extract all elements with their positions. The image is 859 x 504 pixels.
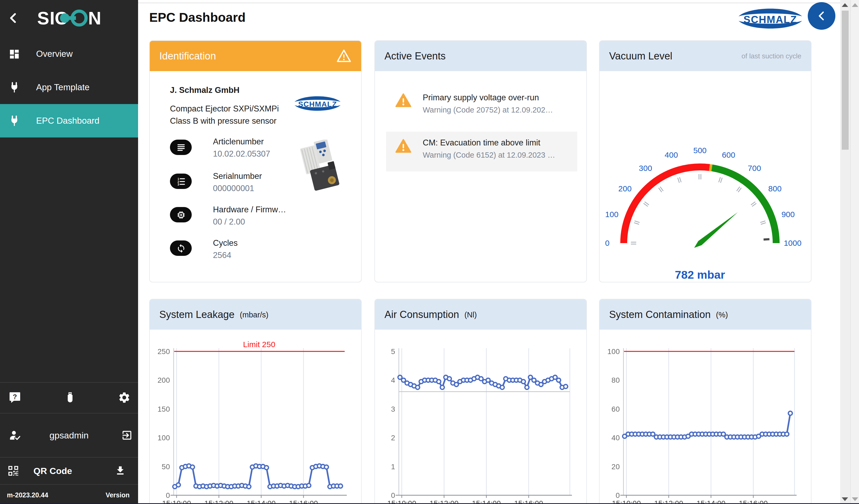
identification-card-header: Identification — [150, 41, 361, 71]
svg-text:100: 100 — [157, 434, 170, 442]
system-contamination-chart: 02040608010015:10:0015:12:0015:14:0015:1… — [600, 330, 812, 504]
download-icon[interactable] — [115, 465, 126, 476]
sidebar-divider — [0, 382, 138, 383]
svg-text:400: 400 — [665, 151, 678, 159]
field-value: 000000001 — [213, 184, 254, 193]
air-consumption-card: Air Consumption (Nl) 01234515:10:0015:12… — [374, 299, 587, 504]
cycles-icon — [170, 241, 192, 256]
card-units: (%) — [716, 310, 728, 319]
sidebar-item-label: EPC Dashboard — [36, 116, 99, 126]
schmalz-logo: SCHMALZ — [736, 5, 805, 32]
svg-text:800: 800 — [768, 184, 782, 193]
sidebar-divider — [0, 457, 138, 458]
plug-icon — [9, 81, 20, 93]
svg-text:600: 600 — [722, 151, 735, 159]
svg-text:3: 3 — [391, 405, 395, 413]
sidebar-item-label: Overview — [36, 49, 73, 59]
hardware-firmware-icon — [170, 207, 192, 223]
svg-text:SCHMALZ: SCHMALZ — [298, 100, 337, 108]
company-name: J. Schmalz GmbH — [170, 86, 240, 95]
page-title: EPC Dashboard — [149, 10, 246, 25]
event-row[interactable]: CM: Evacuation time above limit Warning … — [386, 132, 577, 171]
system-contamination-card-header: System Contamination (%) — [600, 300, 811, 330]
sidebar-divider — [0, 484, 138, 485]
svg-text:250: 250 — [157, 347, 170, 356]
vacuum-gauge: 01002003004005006007008009001000782 mbar — [600, 71, 812, 282]
event-title: CM: Evacuation time above limit — [423, 138, 555, 148]
svg-text:100: 100 — [607, 347, 620, 356]
field-value: 10.02.02.05307 — [213, 149, 270, 159]
svg-text:5: 5 — [391, 347, 395, 356]
svg-text:150: 150 — [157, 405, 170, 413]
help-icon[interactable]: ? — [9, 391, 21, 404]
sidebar-divider — [0, 413, 138, 413]
scroll-down-icon[interactable] — [842, 498, 848, 501]
scrollbar-thumb[interactable] — [842, 11, 849, 150]
svg-text:N: N — [88, 8, 101, 28]
system-contamination-card: System Contamination (%) 02040608010015:… — [599, 299, 812, 504]
warning-icon — [395, 92, 411, 109]
qr-code-label: QR Code — [33, 466, 72, 477]
svg-text:0: 0 — [166, 491, 170, 500]
card-units: (Nl) — [464, 310, 477, 319]
scroll-down-icon[interactable] — [852, 498, 858, 501]
svg-text:?: ? — [13, 393, 17, 401]
plug-icon — [9, 115, 20, 127]
card-subtitle: of last suction cycle — [742, 52, 801, 60]
sidebar-item-label: App Template — [36, 82, 90, 92]
svg-text:1000: 1000 — [784, 239, 802, 247]
usb-device-icon[interactable] — [64, 391, 76, 404]
gear-icon[interactable] — [118, 391, 131, 404]
svg-text:SCHMALZ: SCHMALZ — [743, 14, 797, 25]
svg-text:2: 2 — [391, 434, 395, 442]
svg-text:60: 60 — [612, 405, 620, 413]
vacuum-level-card-header: Vacuum Level of last suction cycle — [600, 41, 811, 71]
sidebar-item-app-template[interactable]: App Template — [0, 71, 138, 104]
field-value: 00 / 2.00 — [213, 217, 245, 227]
scroll-up-icon[interactable] — [842, 3, 848, 7]
identification-card: Identification J. Schmalz GmbH Compact E… — [149, 40, 362, 282]
svg-text:4: 4 — [391, 376, 395, 384]
outer-scrollbar[interactable] — [850, 0, 859, 504]
sidebar-item-overview[interactable]: Overview — [0, 37, 138, 71]
app-root: SI C N Overview App Template — [0, 0, 859, 504]
svg-text:782 mbar: 782 mbar — [675, 268, 725, 281]
field-label: Serialnumber — [213, 171, 262, 181]
air-consumption-chart: 01234515:10:0015:12:0015:14:0015:16:00 — [375, 330, 587, 504]
panel-collapse-button[interactable] — [808, 2, 835, 30]
scroll-up-icon[interactable] — [852, 3, 858, 7]
card-title: Identification — [159, 50, 216, 62]
product-description: Compact Ejector SXPi/SXMPi — [170, 104, 279, 113]
event-detail: Warning (Code 6152) at 12.09.2023 … — [423, 151, 555, 159]
svg-text:3: 3 — [177, 183, 179, 186]
system-leakage-card-header: System Leakage (mbar/s) — [150, 300, 361, 330]
serialnumber-icon: 1 2 3 — [170, 173, 192, 189]
event-detail: Warning (Code 20752) at 12.09.202… — [423, 106, 553, 114]
field-label: Articlenumber — [213, 137, 264, 147]
warning-icon — [336, 48, 351, 64]
qr-icon — [7, 465, 19, 477]
svg-text:700: 700 — [748, 164, 761, 172]
logout-icon[interactable] — [121, 429, 133, 441]
event-row[interactable]: Primary supply voltage over-run Warning … — [386, 87, 577, 126]
inner-scrollbar[interactable] — [840, 0, 850, 504]
svg-text:0: 0 — [605, 239, 610, 247]
field-label: Cycles — [213, 238, 238, 248]
field-value: 2564 — [213, 250, 231, 260]
svg-text:0: 0 — [391, 491, 395, 500]
svg-text:50: 50 — [162, 463, 170, 471]
svg-text:SI: SI — [37, 8, 55, 28]
sidebar-item-epc-dashboard[interactable]: EPC Dashboard — [0, 104, 138, 137]
collapse-chevron-icon — [815, 10, 828, 22]
system-leakage-card: System Leakage (mbar/s) Limit 2500501001… — [149, 299, 362, 504]
active-events-card: Active Events Primary supply voltage ove… — [374, 40, 587, 282]
dashboard-icon — [9, 48, 20, 60]
air-consumption-card-header: Air Consumption (Nl) — [375, 300, 586, 330]
vacuum-level-card: Vacuum Level of last suction cycle 01002… — [599, 40, 812, 282]
card-title: Vacuum Level — [609, 50, 672, 62]
field-label: Hardware / Firmw… — [213, 205, 286, 214]
svg-text:300: 300 — [639, 164, 652, 172]
svg-text:80: 80 — [612, 376, 620, 384]
active-events-card-header: Active Events — [375, 41, 586, 71]
sidebar-collapse-button[interactable] — [6, 11, 20, 25]
